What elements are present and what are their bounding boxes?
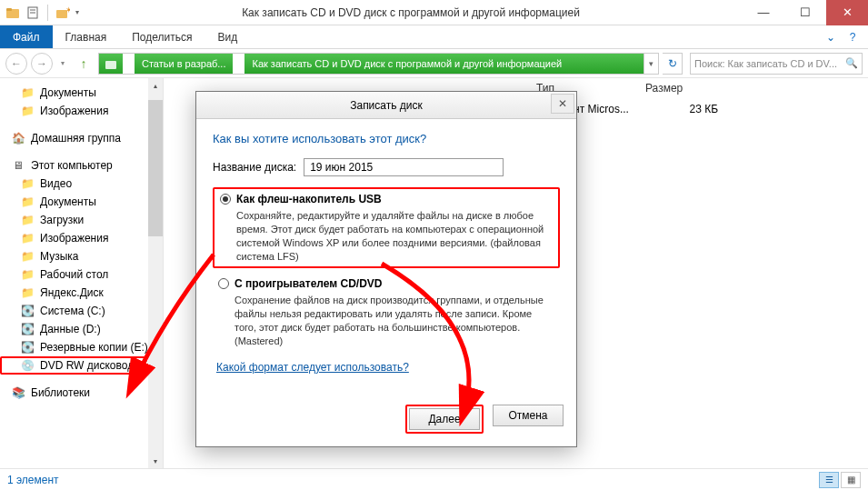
tree-this-pc[interactable]: 🖥Этот компьютер [0,156,163,175]
tree-pictures-2[interactable]: 📁Изображения [0,229,163,247]
option-cddvd-desc: Сохранение файлов на диск производится г… [234,294,554,347]
help-link[interactable]: Какой формат следует использовать? [216,361,409,374]
svg-text:✶: ✶ [65,5,70,15]
ribbon-tab-file[interactable]: Файл [0,25,53,48]
navbar: ← → ▾ ↑ ▸ Статьи в разраб... ▸ Как запис… [0,49,868,78]
radio-usb[interactable] [220,194,231,205]
option-usb-title: Как флеш-накопитель USB [236,193,382,205]
quick-access-toolbar: ✶ ▾ [0,5,79,21]
scroll-down-icon[interactable]: ▾ [148,454,163,468]
tree-dvd-drive[interactable]: 💿DVD RW дисковод (F:) [0,356,163,375]
nav-forward-button[interactable]: → [31,53,53,75]
status-bar: 1 элемент ☰ ▦ [0,468,868,490]
radio-cddvd[interactable] [218,278,229,289]
tree-documents[interactable]: 📁Документы [0,84,163,102]
ribbon-expand-icon[interactable]: ⌄ [821,27,841,47]
option-cddvd-title: С проигрывателем CD/DVD [234,277,383,290]
tree-libraries[interactable]: 📚Библиотеки [0,384,163,402]
scroll-thumb[interactable] [148,100,163,236]
address-dropdown-icon[interactable]: ▾ [644,54,658,74]
search-placeholder: Поиск: Как записать CD и DV... [694,58,837,69]
address-folder-icon [99,54,123,74]
nav-history-dropdown[interactable]: ▾ [56,53,69,75]
disc-name-input[interactable] [304,158,504,176]
close-button[interactable]: ✕ [826,0,868,25]
tree-drive-d[interactable]: 💽Данные (D:) [0,320,163,338]
nav-back-button[interactable]: ← [5,53,27,75]
status-count: 1 элемент [7,474,59,486]
search-icon: 🔍 [845,57,858,69]
nav-up-button[interactable]: ↑ [73,53,95,75]
option-usb-desc: Сохраняйте, редактируйте и удаляйте файл… [236,209,553,263]
search-input[interactable]: Поиск: Как записать CD и DV... 🔍 [690,53,863,75]
tree-scrollbar[interactable]: ▴ ▾ [148,78,163,468]
tree-music[interactable]: 📁Музыка [0,247,163,265]
tree-video[interactable]: 📁Видео [0,175,163,193]
disc-name-label: Название диска: [213,161,296,174]
dialog-close-button[interactable]: ✕ [551,94,574,114]
scroll-up-icon[interactable]: ▴ [148,78,163,93]
svg-rect-7 [105,61,116,69]
tree-drive-c[interactable]: 💽Система (C:) [0,302,163,320]
maximize-button[interactable]: ☐ [784,0,826,25]
ribbon-tab-home[interactable]: Главная [53,25,120,48]
chevron-right-icon[interactable]: ▸ [123,59,135,68]
properties-icon[interactable] [25,5,40,20]
option-cddvd[interactable]: С проигрывателем CD/DVD Сохранение файло… [213,274,560,351]
tree-documents-2[interactable]: 📁Документы [0,193,163,211]
window-title: Как записать CD и DVD диск с программой … [79,6,743,19]
svg-rect-1 [6,8,12,11]
view-icons-button[interactable]: ▦ [841,472,861,488]
tree-homegroup[interactable]: 🏠Домашняя группа [0,129,163,147]
next-button-highlight: Далее [405,405,484,434]
ribbon-tab-view[interactable]: Вид [205,25,250,48]
help-icon[interactable]: ? [843,27,863,47]
tree-pictures[interactable]: 📁Изображения [0,102,163,120]
window-buttons: — ☐ ✕ [743,0,868,25]
option-usb[interactable]: Как флеш-накопитель USB Сохраняйте, реда… [213,187,560,268]
nav-tree: 📁Документы 📁Изображения 🏠Домашняя группа… [0,78,164,468]
new-folder-icon[interactable]: ✶ [55,5,70,20]
dialog-title: Записать диск [350,99,423,112]
ribbon: Файл Главная Поделиться Вид ⌄ ? [0,25,868,49]
col-size[interactable]: Размер [645,82,718,95]
view-details-button[interactable]: ☰ [819,472,839,488]
burn-disc-dialog: Записать диск ✕ Как вы хотите использова… [195,91,577,447]
ribbon-tab-share[interactable]: Поделиться [119,25,205,48]
breadcrumb-1[interactable]: Статьи в разраб... [135,54,233,74]
dialog-heading: Как вы хотите использовать этот диск? [213,132,560,145]
titlebar: ✶ ▾ Как записать CD и DVD диск с програм… [0,0,868,25]
cancel-button[interactable]: Отмена [493,405,564,426]
address-bar[interactable]: ▸ Статьи в разраб... ▸ Как записать CD и… [98,53,659,75]
dialog-titlebar: Записать диск ✕ [196,92,576,119]
next-button[interactable]: Далее [409,408,480,430]
breadcrumb-2[interactable]: Как записать CD и DVD диск с программой … [244,54,644,74]
chevron-right-icon[interactable]: ▸ [233,59,244,68]
file-size: 23 КБ [645,103,718,115]
folder-icon [5,5,20,20]
tree-downloads[interactable]: 📁Загрузки [0,211,163,229]
ribbon-right: ⌄ ? [821,25,868,48]
tree-drive-e[interactable]: 💽Резервные копии (E:) [0,338,163,356]
tree-desktop[interactable]: 📁Рабочий стол [0,265,163,284]
tree-yandex-disk[interactable]: 📁Яндекс.Диск [0,284,163,302]
minimize-button[interactable]: — [743,0,784,25]
refresh-button[interactable]: ↻ [663,53,683,75]
